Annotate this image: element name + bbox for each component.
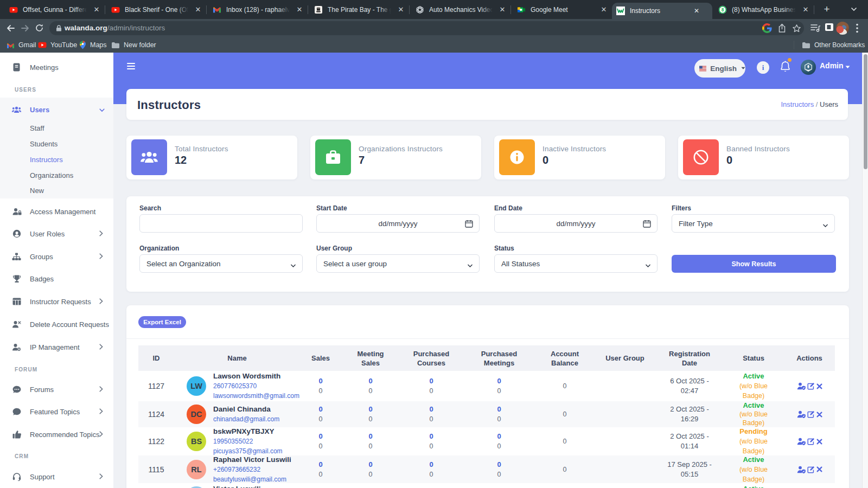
svg-text:8: 8 xyxy=(722,7,724,12)
